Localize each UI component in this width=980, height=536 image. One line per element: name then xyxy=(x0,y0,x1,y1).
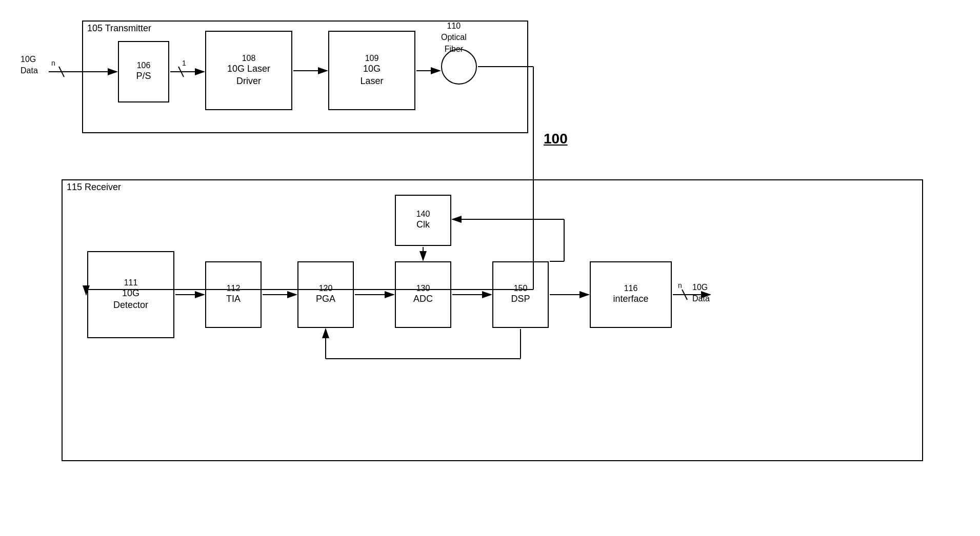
detector-num: 111 xyxy=(124,278,138,287)
input-data-text: 10G Data xyxy=(21,54,38,77)
clk-title: Clk xyxy=(416,219,430,231)
svg-text:n: n xyxy=(51,59,55,67)
interface-title: interface xyxy=(613,293,648,305)
pga-block: 120 PGA xyxy=(297,261,354,328)
dsp-num: 150 xyxy=(514,284,528,293)
adc-block: 130 ADC xyxy=(395,261,451,328)
ref-number: 100 xyxy=(544,131,568,147)
output-data-label: 10G Data xyxy=(692,282,710,305)
laser-title: 10G Laser xyxy=(360,63,383,87)
transmitter-label: 105 Transmitter xyxy=(87,23,151,34)
diagram-container: 10G Data 105 Transmitter 106 P/S 108 10G… xyxy=(21,10,959,523)
output-data-text: 10G Data xyxy=(692,282,710,305)
detector-title: 10G Detector xyxy=(113,287,148,312)
laser-driver-num: 108 xyxy=(242,54,256,63)
tia-num: 112 xyxy=(227,284,241,293)
pga-num: 120 xyxy=(319,284,333,293)
clk-block: 140 Clk xyxy=(395,195,451,246)
laser-block: 109 10G Laser xyxy=(328,31,415,110)
dsp-title: DSP xyxy=(511,293,530,305)
interface-block: 116 interface xyxy=(590,261,672,328)
clk-num: 140 xyxy=(416,210,430,219)
optical-fiber-circle xyxy=(441,49,477,85)
laser-num: 109 xyxy=(365,54,379,63)
adc-num: 130 xyxy=(416,284,430,293)
dsp-block: 150 DSP xyxy=(492,261,549,328)
adc-title: ADC xyxy=(413,293,433,305)
tia-block: 112 TIA xyxy=(205,261,262,328)
ps-num: 106 xyxy=(137,61,151,70)
detector-block: 111 10G Detector xyxy=(87,251,174,338)
receiver-label: 115 Receiver xyxy=(67,182,121,193)
tia-title: TIA xyxy=(226,293,241,305)
laser-driver-block: 108 10G Laser Driver xyxy=(205,31,292,110)
ps-block: 106 P/S xyxy=(118,41,169,102)
input-data-label: 10G Data xyxy=(21,54,38,77)
svg-line-4 xyxy=(59,67,64,77)
laser-driver-title: 10G Laser Driver xyxy=(227,63,270,87)
pga-title: PGA xyxy=(316,293,335,305)
interface-num: 116 xyxy=(624,284,638,293)
ps-title: P/S xyxy=(136,70,151,82)
